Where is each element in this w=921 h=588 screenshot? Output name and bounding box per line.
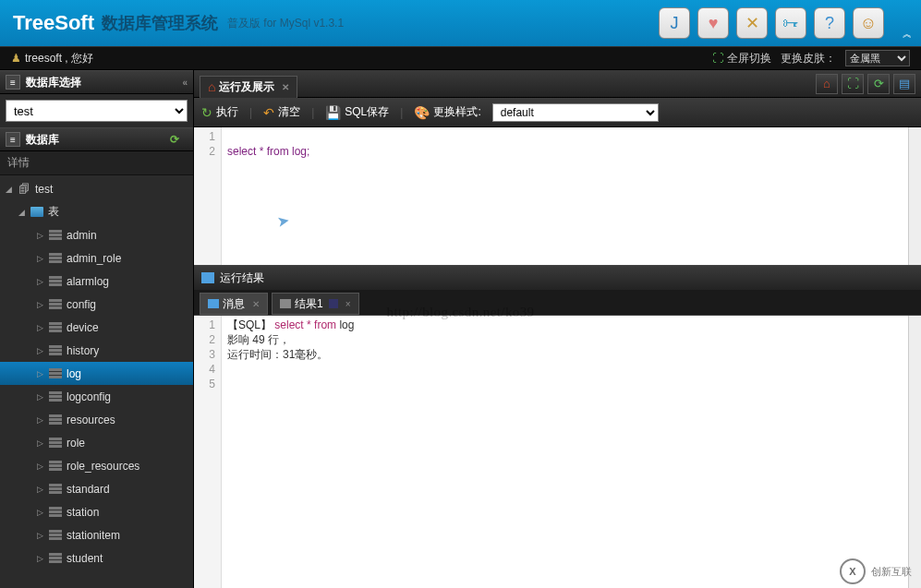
tree-toggle-icon[interactable]: ▷ [37, 508, 46, 517]
refresh-button[interactable]: ⟳ [867, 74, 890, 94]
editor-code[interactable]: select * from log; ➤ [222, 127, 908, 265]
fullscreen-toggle[interactable]: ⛶全屏切换 [712, 51, 771, 66]
tab-result1[interactable]: 结果1 × [272, 293, 359, 315]
tree-toggle-icon[interactable]: ▷ [37, 485, 46, 494]
tree-toggle-icon[interactable]: ▷ [37, 300, 46, 309]
tree-table-config[interactable]: ▷config [0, 293, 193, 316]
header-icon-j[interactable]: J [659, 7, 690, 39]
run-button[interactable]: ↻执行 [201, 104, 238, 120]
header-toolbar: J ♥ ✕ 🗝 ? ☺ [659, 7, 884, 39]
tree-table-logconfig[interactable]: ▷logconfig [0, 385, 193, 408]
status-bar: ♟ treesoft , 您好 ⛶全屏切换 更换皮肤： 金属黑 [0, 46, 921, 70]
main-tab-bar: ⌂ 运行及展示 ✕ ⌂ ⛶ ⟳ ▤ [194, 70, 921, 98]
tree-toggle-icon[interactable]: ▷ [37, 415, 46, 425]
tree-toggle-icon[interactable]: ▷ [37, 277, 46, 286]
table-icon [48, 483, 63, 496]
tree-table-standard[interactable]: ▷standard [0, 477, 193, 500]
tree-toggle-icon[interactable]: ▷ [37, 438, 46, 448]
tree-table-device[interactable]: ▷device [0, 316, 193, 339]
style-label: 🎨更换样式: [414, 104, 480, 120]
run-icon: ↻ [201, 105, 212, 120]
header-icon-help[interactable]: ? [814, 7, 845, 39]
tree-toggle-icon[interactable]: ▷ [37, 462, 46, 471]
table-icon [48, 367, 63, 380]
tree-toggle-icon[interactable]: ▷ [37, 346, 46, 355]
tree-toggle-icon[interactable]: ▷ [37, 369, 46, 378]
tree-toggle-icon[interactable]: ▷ [37, 231, 46, 240]
results-body: 1 2 3 4 5 【SQL】 select * from log 影响 49 … [194, 316, 921, 588]
table-icon [48, 390, 63, 403]
home-icon: ⌂ [208, 79, 215, 94]
header-icon-key[interactable]: 🗝 [775, 7, 806, 39]
sql-editor[interactable]: 1 2 select * from log; ➤ [194, 127, 921, 266]
tree-table-log[interactable]: ▷log [0, 362, 193, 385]
table-icon [48, 506, 63, 519]
home-icon: ⌂ [823, 77, 830, 90]
tree-toggle-icon[interactable]: ◢ [6, 185, 15, 194]
db-select-icon: ≡ [6, 75, 20, 90]
tree-table-admin[interactable]: ▷admin [0, 223, 193, 246]
tree-toggle-icon[interactable]: ▷ [37, 531, 46, 540]
collapse-icon[interactable]: « [182, 78, 188, 88]
header-icon-heart[interactable]: ♥ [697, 7, 729, 39]
home-button[interactable]: ⌂ [816, 74, 838, 94]
app-header: TreeSoft 数据库管理系统 普及版 for MySql v1.3.1 J … [0, 0, 921, 46]
sql-toolbar: ↻执行 | ↶清空 | 💾SQL保存 | 🎨更换样式: default [194, 98, 921, 127]
header-icon-tools[interactable]: ✕ [736, 7, 768, 39]
tree-root[interactable]: ◢ 🗐 test [0, 177, 193, 200]
collapse-chevron-icon[interactable]: ︽ [903, 28, 912, 41]
tree-table-resources[interactable]: ▷resources [0, 408, 193, 431]
layout-button[interactable]: ▤ [893, 74, 915, 94]
table-icon [48, 529, 63, 542]
tab-close-icon[interactable]: ✕ [282, 82, 289, 92]
table-icon [48, 460, 63, 473]
tree-toggle-icon[interactable]: ▷ [37, 254, 46, 263]
tree-table-role_resources[interactable]: ▷role_resources [0, 454, 193, 477]
database-icon: ≡ [6, 132, 20, 147]
tree-table-role[interactable]: ▷role [0, 431, 193, 454]
tree-tables-folder[interactable]: ◢ 表 [0, 200, 193, 223]
skin-select[interactable]: 金属黑 [845, 50, 910, 66]
results-text: 【SQL】 select * from log 影响 49 行， 运行时间：31… [222, 316, 908, 588]
editor-scrollbar[interactable] [908, 127, 921, 265]
tree-table-stationitem[interactable]: ▷stationitem [0, 523, 193, 546]
folder-icon [30, 206, 44, 219]
brand-subtitle: 数据库管理系统 [102, 12, 218, 34]
skin-label: 更换皮肤： [781, 51, 836, 66]
grid-badge-icon [329, 299, 338, 308]
greeting-text: treesoft , 您好 [25, 51, 93, 66]
database-select[interactable]: test [6, 100, 188, 122]
tree-table-admin_role[interactable]: ▷admin_role [0, 246, 193, 270]
detail-label: 详情 [0, 151, 193, 175]
save-sql-button[interactable]: 💾SQL保存 [325, 104, 389, 120]
mouse-cursor-icon: ➤ [276, 213, 291, 230]
tab-close-icon[interactable]: ✕ [252, 299, 260, 309]
results-header: 运行结果 [194, 266, 921, 290]
content-area: ⌂ 运行及展示 ✕ ⌂ ⛶ ⟳ ▤ ↻执行 | ↶清空 | 💾SQL保存 | 🎨… [194, 70, 921, 588]
fullscreen-icon: ⛶ [712, 52, 723, 65]
tree-table-alarmlog[interactable]: ▷alarmlog [0, 270, 193, 293]
tree-table-student[interactable]: ▷student [0, 546, 193, 570]
database-header: ≡ 数据库 ⟳ [0, 127, 193, 151]
clear-button[interactable]: ↶清空 [263, 104, 300, 120]
tab-run-display[interactable]: ⌂ 运行及展示 ✕ [200, 76, 297, 98]
results-scrollbar[interactable] [908, 316, 921, 588]
style-select[interactable]: default [492, 103, 659, 122]
tab-close-icon[interactable]: × [345, 299, 351, 309]
tree-toggle-icon[interactable]: ▷ [37, 554, 46, 563]
tree-toggle-icon[interactable]: ▷ [37, 323, 46, 332]
table-icon [48, 552, 63, 565]
refresh-icon[interactable]: ⟳ [167, 132, 182, 147]
tab-messages[interactable]: 消息 ✕ [200, 293, 268, 315]
results-gutter: 1 2 3 4 5 [194, 316, 222, 588]
tree-table-station[interactable]: ▷station [0, 500, 193, 523]
table-icon [48, 437, 63, 450]
tree-toggle-icon[interactable]: ▷ [37, 392, 46, 402]
save-icon: 💾 [325, 105, 341, 120]
tree-table-history[interactable]: ▷history [0, 339, 193, 362]
tree-toggle-icon[interactable]: ◢ [18, 208, 28, 217]
header-icon-user[interactable]: ☺ [853, 7, 884, 39]
table-icon [48, 229, 63, 242]
expand-button[interactable]: ⛶ [842, 74, 864, 94]
results-tab-bar: 消息 ✕ 结果1 × [194, 290, 921, 316]
